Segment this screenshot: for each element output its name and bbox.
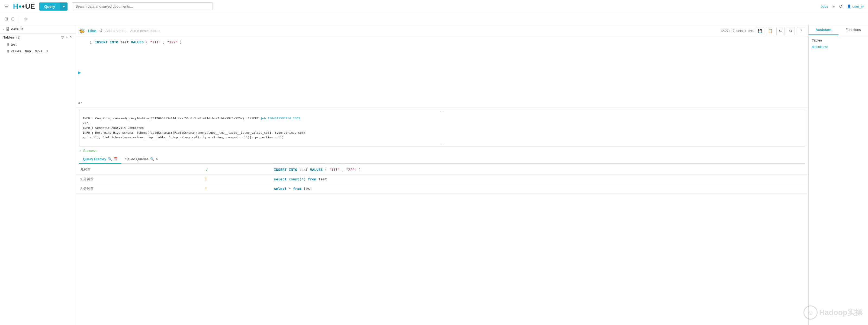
- top-navigation: ☰ H UE Query ▾ Jobs ≡ ↺ 👤 user_w: [0, 0, 868, 13]
- table-name-values-tmp: values__tmp__table__1: [11, 49, 48, 53]
- log-collapse-top[interactable]: ···: [80, 110, 805, 114]
- editor-name-field[interactable]: Add a name...: [105, 29, 127, 33]
- help-button[interactable]: ?: [797, 27, 805, 35]
- table-icon: ▦: [6, 42, 9, 46]
- right-panel-tabs: Assistant Functions: [809, 25, 868, 35]
- meta-type: text: [748, 29, 754, 33]
- user-menu[interactable]: 👤 user_w: [847, 4, 864, 8]
- saved-queries-refresh-icon[interactable]: ↻: [156, 157, 159, 161]
- logo-h: H: [13, 2, 18, 10]
- str-222-1: "222": [346, 168, 356, 172]
- save-button[interactable]: 💾: [756, 27, 764, 35]
- add-table-icon[interactable]: +: [66, 35, 68, 39]
- saved-queries-label: Saved Queries: [125, 157, 149, 161]
- back-icon[interactable]: ‹: [3, 27, 4, 31]
- history-time-2: 2 分钟前: [76, 174, 201, 184]
- second-toolbar: ⊞ ⊡ 🗂: [0, 13, 868, 25]
- right-panel-item-0[interactable]: default.test: [812, 45, 865, 49]
- line-content-1: INSERT INTO test VALUES ( "111" , "222" …: [95, 40, 182, 44]
- db-icon: 🗄: [6, 27, 9, 31]
- meta-db: 🗄 default: [732, 29, 746, 33]
- saved-queries-search-icon[interactable]: 🔍: [150, 157, 154, 161]
- right-panel-section-title: Tables: [812, 38, 865, 42]
- kw-select-2: select: [274, 177, 286, 181]
- output-icon: ⊟: [78, 101, 80, 105]
- tab-functions[interactable]: Functions: [838, 25, 868, 35]
- hamburger-icon[interactable]: ☰: [4, 3, 9, 9]
- editor-toolbar-right: 12.27s 🗄 default text 💾 📋 🏷 ⚙ ?: [720, 27, 805, 35]
- query-dropdown-button[interactable]: ▾: [60, 2, 67, 10]
- history-row-2[interactable]: 2 分钟前 ! select count(*) from test: [76, 174, 808, 184]
- table-item-test[interactable]: ▦ test: [0, 41, 75, 48]
- comma: ,: [163, 40, 165, 44]
- fn-count: count(*): [289, 177, 306, 181]
- editor-desc-field[interactable]: Add a description...: [130, 29, 718, 33]
- left-sidebar: ‹ 🗄 default Tables (2) ▽ + ↻ ▦ test ▦ va…: [0, 25, 76, 325]
- logo-dot1: [19, 5, 21, 8]
- copy-button[interactable]: 📋: [766, 27, 774, 35]
- line-number-1: 1: [87, 40, 95, 45]
- history-icon[interactable]: ↺: [839, 4, 842, 9]
- logo: H UE: [13, 2, 35, 10]
- query-table-1: test: [299, 168, 310, 172]
- tab-assistant[interactable]: Assistant: [809, 25, 838, 35]
- main-layout: ‹ 🗄 default Tables (2) ▽ + ↻ ▦ test ▦ va…: [0, 25, 868, 325]
- jobs-list-icon[interactable]: ≡: [833, 4, 835, 9]
- tab-saved-queries[interactable]: Saved Queries 🔍 ↻: [121, 155, 162, 164]
- database-name: default: [11, 27, 23, 31]
- run-button[interactable]: ▶: [76, 68, 83, 76]
- table-item-values-tmp[interactable]: ▦ values__tmp__table__1: [0, 48, 75, 55]
- kw-from-2: from: [308, 177, 316, 181]
- log-content: INFO : Compiling command(queryId=hive_20…: [80, 114, 805, 142]
- grid-icon[interactable]: ⊞: [4, 16, 8, 22]
- database-row[interactable]: ‹ 🗄 default: [0, 25, 75, 34]
- refresh-tables-icon[interactable]: ↻: [69, 35, 72, 39]
- log-line-4: INFO : Returning Hive schema: Schema(fie…: [83, 130, 802, 136]
- log-line-1: INFO : Compiling command(queryId=hive_20…: [83, 116, 802, 121]
- kw-insert-1: INSERT INTO: [274, 168, 297, 172]
- history-status-2: !: [201, 174, 270, 184]
- editor-toolbar: 🐝 Hive ↺ Add a name... Add a description…: [76, 25, 808, 37]
- status-warn-icon-3: !: [205, 186, 207, 191]
- history-query-2: select count(*) from test: [270, 174, 808, 184]
- logo-dot2: [22, 5, 24, 8]
- table-3: test: [304, 187, 312, 191]
- code-editor[interactable]: 1 INSERT INTO test VALUES ( "111" , "222…: [76, 37, 808, 108]
- tab-query-history[interactable]: Query History 🔍 📅: [79, 155, 121, 164]
- settings-button[interactable]: ⚙: [787, 27, 795, 35]
- filter-icon[interactable]: ▽: [61, 35, 64, 39]
- code-line-1: 1 INSERT INTO test VALUES ( "111" , "222…: [87, 39, 806, 46]
- output-label: ▾: [81, 101, 82, 104]
- history-time-3: 2 分钟前: [76, 184, 201, 194]
- history-table: 几秒前 ✓ INSERT INTO test VALUES ( "111" , …: [76, 165, 808, 194]
- query-history-calendar-icon[interactable]: 📅: [114, 157, 118, 161]
- right-panel: Assistant Functions Tables default.test: [808, 25, 868, 325]
- table-ref: test: [120, 40, 131, 44]
- query-button[interactable]: Query: [39, 2, 60, 10]
- folder-icon[interactable]: 🗂: [24, 17, 28, 22]
- string-111: "111": [150, 40, 161, 44]
- status-warn-icon-2: !: [205, 177, 207, 181]
- table-name-test: test: [11, 42, 17, 47]
- string-222: "222": [167, 40, 178, 44]
- query-button-group: Query ▾: [39, 2, 67, 10]
- log-line-2: 22"): [83, 121, 802, 126]
- space-3: *: [289, 187, 293, 191]
- output-toggle[interactable]: ⊟ ▾: [76, 100, 84, 105]
- doc-icon[interactable]: ⊡: [11, 16, 14, 22]
- query-history-label: Query History: [83, 157, 106, 161]
- history-row-1[interactable]: 几秒前 ✓ INSERT INTO test VALUES ( "111" , …: [76, 165, 808, 175]
- jobs-button[interactable]: Jobs: [820, 4, 828, 8]
- paren-1: (: [325, 168, 327, 172]
- editor-history-icon[interactable]: ↺: [99, 28, 103, 33]
- tag-button[interactable]: 🏷: [776, 27, 784, 35]
- editor-title: Hive: [88, 28, 96, 33]
- log-line-3: INFO : Semantic Analysis Completed: [83, 126, 802, 130]
- tables-section-header: Tables (2) ▽ + ↻: [0, 34, 75, 41]
- tables-count: (2): [16, 35, 20, 39]
- history-row-3[interactable]: 2 分钟前 ! select * from test: [76, 184, 808, 194]
- log-collapse-bottom[interactable]: ···: [80, 142, 805, 146]
- job-link[interactable]: job_1504615587714_0003: [260, 117, 300, 120]
- search-input[interactable]: [72, 2, 213, 10]
- query-history-search-icon[interactable]: 🔍: [108, 157, 112, 161]
